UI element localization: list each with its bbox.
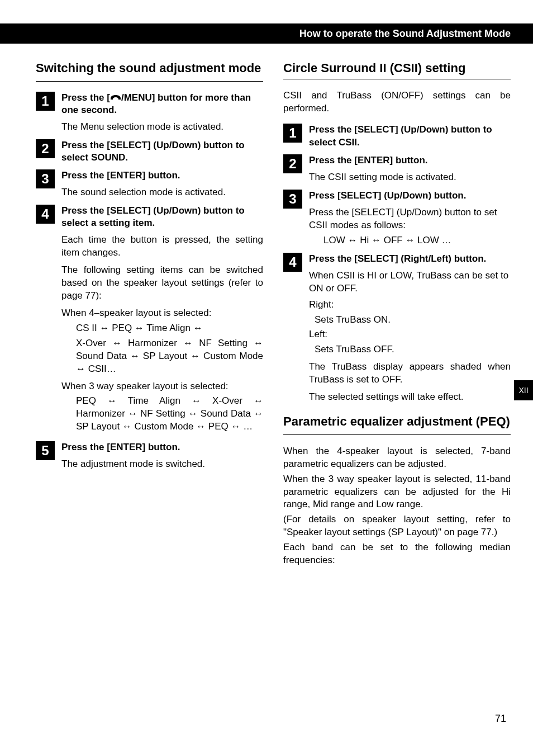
right-text: Sets TruBass ON. xyxy=(315,314,511,327)
step-text: The sound selection mode is activated. xyxy=(61,186,263,199)
step-body: Press the [ENTER] button. The sound sele… xyxy=(61,169,263,199)
left-column: Switching the sound adjustment mode 1 Pr… xyxy=(36,60,263,567)
step-body: Press the [SELECT] (Up/Down) button to s… xyxy=(61,139,263,164)
step-text: The CSII setting mode is activated. xyxy=(309,171,511,184)
step-number: 3 xyxy=(36,169,55,188)
step-text: The following setting items can be switc… xyxy=(61,264,263,303)
peq-p1: When the 4-speaker layout is selected, 7… xyxy=(283,445,511,471)
step-number: 2 xyxy=(283,154,302,173)
step-body: Press the [ENTER] button. The CSII setti… xyxy=(309,154,511,184)
step-text: When 3 way speaker layout is selected: xyxy=(61,380,263,393)
step-title: Press the [/MENU] button for more than o… xyxy=(61,92,263,116)
step-text: The selected settings will take effect. xyxy=(309,391,511,404)
intro-a: CSII and TruBass (ON/OFF) settings can b… xyxy=(283,89,511,115)
step-number: 1 xyxy=(36,92,55,111)
step-text: When 4–speaker layout is selected: xyxy=(61,307,263,320)
step-text: Each time the button is pressed, the set… xyxy=(61,234,263,259)
sequence-3way: PEQ ↔ Time Align ↔ X-Over ↔ Harmonizer ↔… xyxy=(76,395,263,433)
step-title: Press the [SELECT] (Up/Down) button to s… xyxy=(61,205,263,229)
content-columns: Switching the sound adjustment mode 1 Pr… xyxy=(0,44,533,567)
left-label: Left: xyxy=(309,328,511,341)
step-body: Press the [/MENU] button for more than o… xyxy=(61,92,263,134)
csii-sequence: LOW ↔ Hi ↔ OFF ↔ LOW … xyxy=(323,234,511,247)
step-text: Press the [SELECT] (Up/Down) button to s… xyxy=(309,206,511,232)
step-number: 3 xyxy=(283,190,302,209)
right-heading-b: Parametric equalizer adjustment (PEQ) xyxy=(283,414,511,430)
step-2: 2 Press the [SELECT] (Up/Down) button to… xyxy=(36,139,263,164)
step-title: Press the [ENTER] button. xyxy=(61,441,263,453)
csii-step-4: 4 Press the [SELECT] (Right/Left) button… xyxy=(283,253,511,404)
csii-step-1: 1 Press the [SELECT] (Up/Down) button to… xyxy=(283,124,511,148)
step-body: Press the [SELECT] (Up/Down) button to s… xyxy=(309,124,511,148)
step-title: Press the [SELECT] (Up/Down) button to s… xyxy=(309,124,511,148)
peq-p3: (For details on speaker layout setting, … xyxy=(283,513,511,539)
step-number: 4 xyxy=(36,205,55,224)
right-heading-a: Circle Surround II (CSII) setting xyxy=(283,60,511,77)
sequence-4spk-b: X-Over ↔ Harmonizer ↔ NF Setting ↔ Sound… xyxy=(76,337,263,376)
step-3: 3 Press the [ENTER] button. The sound se… xyxy=(36,169,263,199)
peq-p2: When the 3 way speaker layout is selecte… xyxy=(283,473,511,512)
csii-step-2: 2 Press the [ENTER] button. The CSII set… xyxy=(283,154,511,184)
phone-menu-icon xyxy=(110,93,121,101)
peq-p4: Each band can be set to the following me… xyxy=(283,541,511,567)
step-body: Press the [SELECT] (Up/Down) button to s… xyxy=(61,205,263,433)
step-4: 4 Press the [SELECT] (Up/Down) button to… xyxy=(36,205,263,433)
left-heading: Switching the sound adjustment mode xyxy=(36,60,263,77)
step-body: Press the [ENTER] button. The adjustment… xyxy=(61,441,263,471)
step-title: Press the [SELECT] (Right/Left) button. xyxy=(309,253,511,265)
step-title: Press [SELECT] (Up/Down) button. xyxy=(309,190,511,202)
right-label: Right: xyxy=(309,299,511,311)
rule xyxy=(36,81,263,82)
step-body: Press [SELECT] (Up/Down) button. Press t… xyxy=(309,190,511,247)
step-text: The TruBass display appears shaded when … xyxy=(309,361,511,386)
step-5: 5 Press the [ENTER] button. The adjustme… xyxy=(36,441,263,471)
left-text: Sets TruBass OFF. xyxy=(315,343,511,356)
step-number: 4 xyxy=(283,253,302,272)
step-1: 1 Press the [/MENU] button for more than… xyxy=(36,92,263,134)
step-title: Press the [ENTER] button. xyxy=(309,154,511,167)
page-number: 71 xyxy=(495,713,506,725)
header-title: How to operate the Sound Adjustment Mode xyxy=(299,28,511,40)
step-number: 5 xyxy=(36,441,55,460)
rule xyxy=(283,434,511,435)
header-bar: How to operate the Sound Adjustment Mode xyxy=(0,23,533,44)
step-title: Press the [SELECT] (Up/Down) button to s… xyxy=(61,139,263,164)
step-text: The Menu selection mode is activated. xyxy=(61,121,263,134)
side-tab: XII xyxy=(514,380,533,400)
step-text: The adjustment mode is switched. xyxy=(61,458,263,471)
title-pre: Press the [ xyxy=(61,92,110,103)
step-title: Press the [ENTER] button. xyxy=(61,169,263,182)
right-column: Circle Surround II (CSII) setting CSII a… xyxy=(283,60,511,567)
step-body: Press the [SELECT] (Right/Left) button. … xyxy=(309,253,511,404)
step-text: When CSII is HI or LOW, TruBass can be s… xyxy=(309,270,511,295)
step-number: 2 xyxy=(36,139,55,158)
step-number: 1 xyxy=(283,124,302,143)
rule xyxy=(283,79,511,79)
csii-step-3: 3 Press [SELECT] (Up/Down) button. Press… xyxy=(283,190,511,247)
sequence-4spk-a: CS II ↔ PEQ ↔ Time Align ↔ xyxy=(76,322,263,335)
